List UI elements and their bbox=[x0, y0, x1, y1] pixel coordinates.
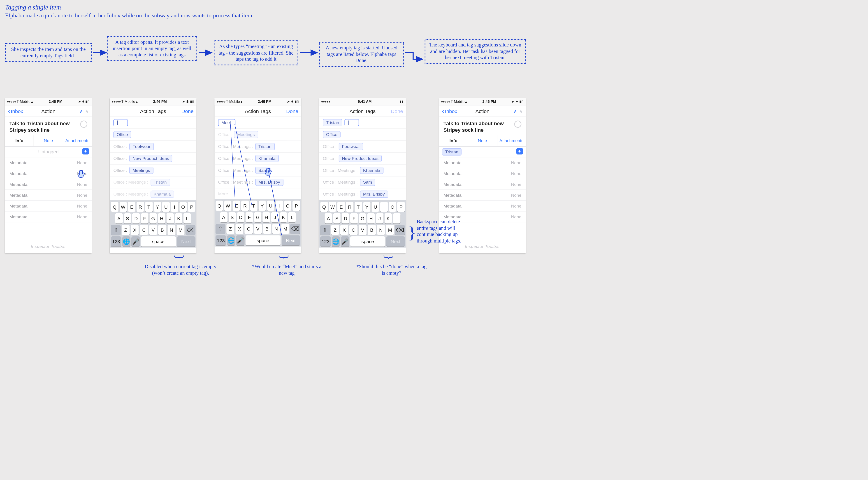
key-q[interactable]: Q bbox=[111, 202, 118, 212]
tag-chip[interactable]: Sam bbox=[360, 179, 375, 186]
metadata-row[interactable]: MetadataNone bbox=[439, 201, 526, 212]
key-v[interactable]: V bbox=[359, 225, 367, 235]
key-v[interactable]: V bbox=[254, 224, 262, 234]
key-w[interactable]: W bbox=[224, 201, 231, 211]
key-f[interactable]: F bbox=[246, 212, 253, 222]
key-x[interactable]: X bbox=[236, 224, 244, 234]
key-n[interactable]: N bbox=[167, 225, 176, 235]
tag-chip[interactable]: Footwear bbox=[129, 143, 154, 150]
key-n[interactable]: N bbox=[377, 225, 385, 235]
tag-text-input[interactable]: Meet bbox=[218, 119, 236, 126]
tag-suggestion-row[interactable]: Office :New Product Ideas bbox=[319, 153, 406, 165]
key-c[interactable]: C bbox=[245, 224, 253, 234]
key-i[interactable]: I bbox=[171, 202, 178, 212]
key-shift[interactable]: ⇧ bbox=[320, 225, 330, 235]
key-i[interactable]: I bbox=[380, 202, 388, 212]
key-k[interactable]: K bbox=[175, 213, 183, 224]
task-checkbox[interactable] bbox=[80, 121, 87, 128]
tag-suggestion-row[interactable]: Office :Footwear bbox=[319, 141, 406, 153]
key-f[interactable]: F bbox=[350, 213, 358, 224]
tag-chip[interactable]: Footwear bbox=[339, 143, 363, 150]
tag-chip[interactable]: Mrs. Brisby bbox=[255, 179, 283, 186]
key-k[interactable]: K bbox=[384, 213, 392, 224]
key-i[interactable]: I bbox=[276, 201, 283, 211]
key-n[interactable]: N bbox=[272, 224, 280, 234]
task-title[interactable]: Talk to Tristan about new Stripey sock l… bbox=[9, 121, 78, 133]
key-a[interactable]: A bbox=[324, 213, 332, 224]
metadata-row[interactable]: MetadataNone bbox=[5, 190, 92, 201]
next-item-button[interactable]: ∨ bbox=[519, 108, 523, 114]
key-y[interactable]: Y bbox=[258, 201, 266, 211]
key-b[interactable]: B bbox=[158, 225, 166, 235]
tag-chip[interactable]: Tristan bbox=[150, 179, 170, 186]
metadata-row[interactable]: MetadataNone bbox=[5, 157, 92, 168]
key-mic[interactable]: 🎤 bbox=[131, 236, 140, 247]
key-m[interactable]: M bbox=[177, 225, 185, 235]
tag-suggestion-row[interactable]: Office : Meetings :Mrs. Brisby bbox=[319, 188, 406, 200]
key-mic[interactable]: 🎤 bbox=[236, 235, 244, 246]
key-g[interactable]: G bbox=[149, 213, 157, 224]
key-123[interactable]: 123 bbox=[216, 235, 226, 246]
key-m[interactable]: M bbox=[386, 225, 394, 235]
tag-chip[interactable]: Meetings bbox=[234, 131, 258, 138]
key-y[interactable]: Y bbox=[363, 202, 371, 212]
key-mic[interactable]: 🎤 bbox=[341, 236, 349, 247]
key-s[interactable]: S bbox=[228, 212, 236, 222]
tags-field-empty[interactable]: Untagged + bbox=[5, 147, 92, 157]
tag-chip[interactable]: Tristan bbox=[323, 119, 342, 126]
key-t[interactable]: T bbox=[145, 202, 153, 212]
key-p[interactable]: P bbox=[293, 201, 300, 211]
key-l[interactable]: L bbox=[393, 213, 400, 224]
metadata-row[interactable]: MetadataNone bbox=[439, 190, 526, 201]
key-shift[interactable]: ⇧ bbox=[111, 225, 121, 235]
key-j[interactable]: J bbox=[271, 212, 279, 222]
metadata-row[interactable]: MetadataNone bbox=[5, 212, 92, 222]
key-l[interactable]: L bbox=[184, 213, 191, 224]
tag-chip[interactable]: Tristan bbox=[255, 143, 275, 150]
tag-input-row[interactable] bbox=[110, 117, 196, 129]
tag-chip[interactable]: Mrs. Brisby bbox=[360, 191, 388, 198]
tag-chip[interactable]: Meetings bbox=[129, 167, 153, 174]
metadata-row[interactable]: MetadataNone bbox=[5, 201, 92, 212]
key-w[interactable]: W bbox=[119, 202, 127, 212]
key-h[interactable]: H bbox=[263, 212, 270, 222]
tag-input-row[interactable]: Tristan bbox=[319, 117, 406, 129]
key-y[interactable]: Y bbox=[154, 202, 161, 212]
tag-text-input[interactable] bbox=[113, 119, 128, 126]
key-b[interactable]: B bbox=[368, 225, 376, 235]
add-tag-button[interactable]: + bbox=[516, 148, 523, 155]
key-c[interactable]: C bbox=[349, 225, 358, 235]
key-space[interactable]: space bbox=[246, 235, 280, 246]
key-l[interactable]: L bbox=[288, 212, 296, 222]
key-d[interactable]: D bbox=[132, 213, 140, 224]
key-123[interactable]: 123 bbox=[111, 236, 121, 247]
tag-chip[interactable]: New Product Ideas bbox=[129, 155, 172, 162]
tag-suggestion-row[interactable]: Office :Meetings bbox=[214, 129, 301, 141]
key-m[interactable]: M bbox=[281, 224, 289, 234]
key-shift[interactable]: ⇧ bbox=[216, 224, 225, 234]
key-e[interactable]: E bbox=[128, 202, 135, 212]
done-button[interactable]: Done bbox=[391, 108, 403, 114]
key-f[interactable]: F bbox=[141, 213, 148, 224]
tag-chip[interactable]: New Product Ideas bbox=[339, 155, 382, 162]
key-p[interactable]: P bbox=[188, 202, 195, 212]
key-q[interactable]: Q bbox=[216, 201, 223, 211]
tag-suggestion-row[interactable]: Office bbox=[319, 129, 406, 141]
key-g[interactable]: G bbox=[254, 212, 261, 222]
back-button[interactable]: ‹Inbox bbox=[442, 108, 475, 115]
tab-note[interactable]: Note bbox=[468, 135, 497, 146]
key-c[interactable]: C bbox=[140, 225, 148, 235]
key-x[interactable]: X bbox=[131, 225, 139, 235]
key-t[interactable]: T bbox=[354, 202, 362, 212]
key-space[interactable]: space bbox=[141, 236, 176, 247]
tag-chip[interactable]: Office bbox=[113, 131, 131, 138]
key-j[interactable]: J bbox=[166, 213, 174, 224]
key-z[interactable]: Z bbox=[331, 225, 339, 235]
metadata-row[interactable]: MetadataNone bbox=[439, 168, 526, 179]
key-h[interactable]: H bbox=[367, 213, 375, 224]
key-s[interactable]: S bbox=[333, 213, 341, 224]
tab-note[interactable]: Note bbox=[34, 135, 63, 146]
tag-suggestion-row[interactable]: Office bbox=[110, 129, 196, 141]
key-next[interactable]: Next bbox=[281, 235, 300, 246]
key-u[interactable]: U bbox=[162, 202, 170, 212]
